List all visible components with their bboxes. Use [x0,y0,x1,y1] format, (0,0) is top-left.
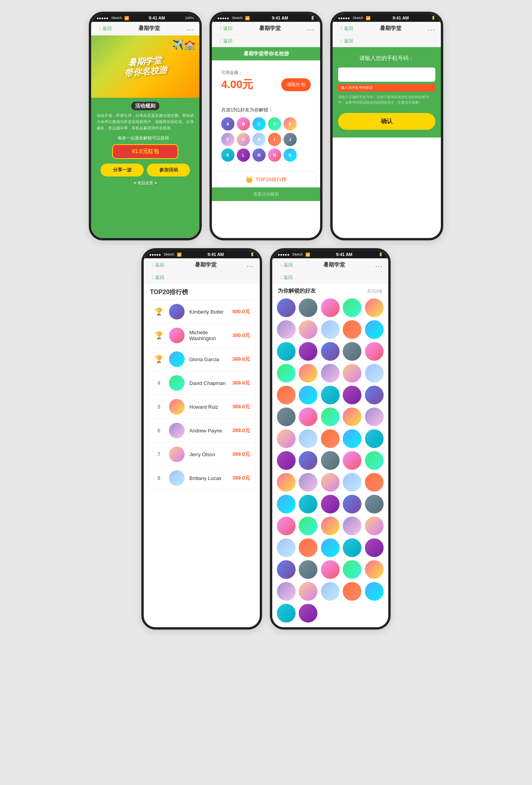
friend-avatar-5-62 [321,560,340,579]
friend-avatar-5-71 [299,604,317,623]
nav-bar-2: 〈 返回 暑期学堂 ... [212,22,320,35]
phone-number-input[interactable] [338,67,435,82]
friend-avatar-5-42 [321,473,340,492]
status-bar-3: ●●●●● Sketch 📶 9:41 AM 🔋 [333,14,441,22]
balance-label: 可用金额： [221,70,311,76]
rank-trophy-silver: 🏆 [153,331,164,340]
more-button-1[interactable]: ... [187,25,194,32]
activity-desc: 动动手指，呼朋引伴，分享此页面至微信朋友圈。帮你的小伙伴注册成为学堂在线新用户，… [97,113,194,131]
leaderboard-title: TOP20排行榜 [144,284,260,300]
friend-avatar-5-18 [343,364,361,383]
friend-avatar-5-29 [365,407,384,426]
screen3-body: 请输入您的手机号码： 输入的手机号码错误 请输入正确的手机号码，以便于精准的发送… [333,47,441,138]
prize-setting[interactable]: ✦ 奖品设置 ✦ [97,180,194,190]
back-button-2[interactable]: 〈 返回 [217,25,233,32]
nav-bar-1: 〈 返回 暑期学堂 ... [91,22,199,35]
lb-name-1: Michelle Washington [189,330,227,341]
rank-number: 4 [153,380,164,386]
lb-amount-4: 369.0元 [232,403,250,410]
screen1-body: 暑期学堂 带你名校游 ✈️🏫 活动规则 动动手指，呼朋引伴，分享此页面至微信朋友… [91,35,199,238]
time-5: 9:41 AM [336,252,352,257]
back-button-4[interactable]: 〈 返回 [149,262,164,268]
status-bar-1: ●●●●● Sketch 📶 9:41 AM 100% [91,14,199,22]
friend-avatar-5-34 [365,429,384,448]
battery-2: 🔋 [310,16,315,20]
join-button[interactable]: 参加活动 [147,164,190,176]
friend-avatar-5-8 [343,320,361,339]
friend-avatar-5-45 [277,495,296,513]
red-packet-display: ¥1.0元红包 [112,144,178,159]
friend-avatar-2-9: J [284,133,297,146]
friend-avatar-5-33 [343,429,361,448]
friend-avatar-5-13 [343,342,361,361]
friend-avatar-2-11: L [237,148,250,162]
lb-avatar-5 [169,423,185,438]
leaderboard-card: 🏆 Kimberly Butler 500.0元 🏆 Michelle Wash… [148,300,256,490]
top20-container: 👑 TOP20排行榜 [216,171,316,187]
more-button-2[interactable]: ... [307,25,315,32]
top20-button[interactable]: 👑 TOP20排行榜 [216,171,316,187]
signal-dots: ●●●●● Sketch 📶 [97,16,129,20]
confirm-button[interactable]: 确认 [338,113,435,130]
rank-number: 8 [153,475,164,481]
friend-avatar-2-6: G [237,133,250,146]
collect-button[interactable]: 领取红包 [281,78,311,91]
friend-avatar-5-2 [321,298,340,317]
friend-avatar-5-61 [299,560,317,579]
sub-back-2[interactable]: 〈 返回 [217,38,233,44]
lb-name-6: Jerry Olson [189,452,227,457]
friend-avatar-5-15 [277,364,296,383]
battery-5: 🔋 [379,252,383,256]
lb-amount-5: 369.0元 [232,427,250,434]
friend-avatar-5-50 [277,517,296,535]
battery-display: 100% [185,16,194,20]
share-button[interactable]: 分享一波 [100,164,144,176]
lb-amount-7: 369.0元 [232,475,250,482]
sub-back-3[interactable]: 〈 返回 [338,38,353,44]
nav-title-2: 暑期学堂 [259,25,281,32]
friends-unlocked-body: 为你解锁的好友 共318名 [272,284,388,627]
friend-avatar-2-8: I [268,133,281,146]
friend-avatar-5-22 [321,386,340,404]
friend-avatar-5-36 [299,451,317,470]
friend-avatar-5-11 [299,342,317,361]
friend-avatar-2-0: A [221,117,234,131]
friend-avatar-5-40 [277,473,296,492]
friend-avatar-5-51 [299,517,317,535]
screen4-phone: ●●●●● Sketch 📶 9:41 AM 🔋 〈 返回 暑期学堂 ... 〈… [141,248,262,630]
more-button-5[interactable]: ... [375,261,383,268]
lb-avatar-3 [169,375,185,391]
more-button-3[interactable]: ... [428,25,435,32]
top-row: ●●●●● Sketch 📶 9:41 AM 100% 〈 返回 暑期学堂 ..… [12,12,520,240]
friend-avatar-5-39 [365,451,384,470]
back-button-5[interactable]: 〈 返回 [278,262,293,268]
table-row: 🏆 Gloria Garcia 369.0元 [148,348,255,371]
screen1-phone: ●●●●● Sketch 📶 9:41 AM 100% 〈 返回 暑期学堂 ..… [89,12,202,240]
error-message: 输入的手机号码错误 [338,84,435,92]
friend-avatar-5-7 [321,320,340,339]
friends-unlocked-title: 为你解锁的好友 [278,288,316,295]
nav-title-4: 暑期学堂 [195,261,217,268]
banner-line1: 暑期学堂 带你名校游 [123,55,167,79]
more-button-4[interactable]: ... [247,261,254,268]
friend-avatar-5-9 [365,320,384,339]
friend-avatar-2-10: K [221,148,234,162]
banner-text-2: 暑期学堂带你名校游 [212,47,320,60]
back-button-1[interactable]: 〈 返回 [97,25,112,32]
rank-trophy-bronze: 🏆 [153,355,164,363]
back-button-3[interactable]: 〈 返回 [338,25,353,32]
rules-link[interactable]: 查看活动规则 [212,187,320,201]
rank-number: 6 [153,427,164,434]
network-label: Sketch [111,16,122,20]
friend-avatar-5-49 [365,495,384,513]
friends-card: 共游15位好友为你解锁： ABCDEFGHIJKLMNO [216,101,316,167]
sub-back-5[interactable]: 〈 返回 [278,274,293,281]
banner-1: 暑期学堂 带你名校游 ✈️🏫 [91,35,199,98]
sub-nav-5: 〈 返回 [272,272,388,284]
status-bar-4: ●●●●● Sketch 📶 9:41 AM 🔋 [144,250,260,258]
friend-avatar-5-67 [321,582,340,601]
table-row: 🏆 Michelle Washington 380.0元 [148,324,255,348]
friend-avatar-5-41 [299,473,317,492]
sub-back-4[interactable]: 〈 返回 [149,274,164,281]
friend-avatar-5-55 [277,538,296,557]
